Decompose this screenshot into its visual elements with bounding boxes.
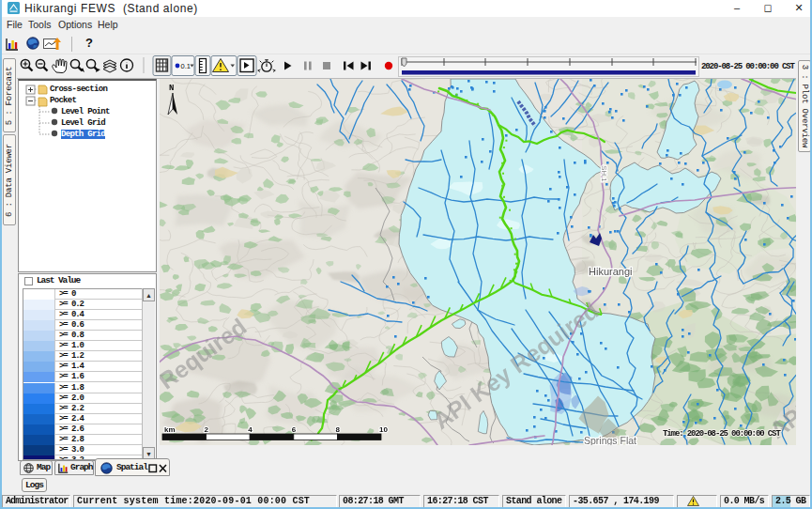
svg-text:8: 8	[335, 425, 340, 434]
svg-text:Time: 2020-08-25 00:00:00 CST: Time: 2020-08-25 00:00:00 CST	[663, 429, 781, 439]
svg-text:0.1: 0.1	[181, 62, 191, 70]
svg-text:km: km	[164, 425, 176, 434]
svg-text:10: 10	[379, 425, 388, 434]
svg-text:SH 1: SH 1	[600, 165, 608, 182]
svg-text:N: N	[169, 84, 174, 93]
svg-text:Hikurangi: Hikurangi	[589, 266, 632, 277]
svg-text:6: 6	[292, 425, 297, 434]
svg-text:Springs Flat: Springs Flat	[584, 435, 636, 445]
svg-text:4: 4	[248, 425, 253, 434]
svg-text:2: 2	[205, 425, 209, 434]
